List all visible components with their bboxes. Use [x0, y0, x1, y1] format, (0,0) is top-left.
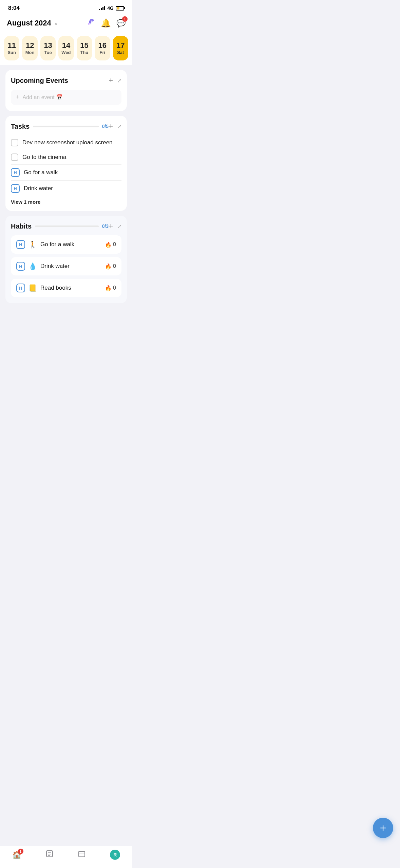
task-checkbox[interactable] [11, 139, 18, 146]
expand-habits-icon[interactable]: ⤢ [117, 223, 121, 230]
day-number: 13 [44, 41, 52, 50]
expand-tasks-icon[interactable]: ⤢ [117, 123, 121, 130]
task-item[interactable]: Dev new screenshot upload screen [11, 135, 121, 150]
h-badge-icon: H [11, 168, 20, 177]
h-badge-icon: H [16, 240, 25, 249]
app-header: August 2024 ⌄ 🔔 💬 1 [0, 14, 132, 33]
habit-name: Read books [40, 285, 101, 291]
streak-count: 0 [113, 263, 116, 269]
rocket-button[interactable] [87, 18, 95, 29]
tasks-card: Tasks 0/5 + ⤢ Dev new screenshot upload … [5, 116, 127, 211]
events-title: Upcoming Events [11, 77, 68, 85]
fire-icon: 🔥 [105, 285, 112, 291]
day-number: 11 [7, 41, 16, 50]
battery-icon [116, 6, 124, 11]
upcoming-events-card: Upcoming Events + ⤢ + Add an event 📅 [5, 70, 127, 111]
task-label: Go to the cinema [22, 154, 66, 161]
day-name: Mon [25, 50, 35, 55]
events-header: Upcoming Events + ⤢ [11, 76, 121, 85]
bell-button[interactable]: 🔔 [101, 18, 111, 28]
fire-icon: 🔥 [105, 241, 112, 248]
streak-count: 0 [113, 285, 116, 291]
bell-icon: 🔔 [101, 18, 111, 28]
tasks-list: Dev new screenshot upload screen Go to t… [11, 135, 121, 196]
day-number: 16 [98, 41, 107, 50]
day-number: 15 [80, 41, 88, 50]
tasks-header: Tasks 0/5 + ⤢ [11, 122, 121, 131]
task-item[interactable]: H Drink water [11, 181, 121, 196]
habit-streak: 🔥 0 [105, 263, 116, 270]
day-number: 12 [26, 41, 34, 50]
task-label: Drink water [24, 185, 53, 192]
expand-events-icon[interactable]: ⤢ [117, 77, 121, 84]
add-habit-button[interactable]: + [109, 222, 113, 231]
day-cell[interactable]: 12 Mon [22, 36, 37, 60]
h-badge-icon: H [11, 184, 20, 193]
tasks-progress-bar [33, 126, 98, 127]
tasks-title: Tasks [11, 123, 30, 130]
add-event-row[interactable]: + Add an event 📅 [11, 90, 121, 105]
header-actions: 🔔 💬 1 [87, 18, 126, 29]
chat-button[interactable]: 💬 1 [116, 18, 126, 28]
habit-emoji: 💧 [28, 262, 37, 270]
task-item[interactable]: H Go for a walk [11, 165, 121, 181]
main-content: Upcoming Events + ⤢ + Add an event 📅 Tas… [0, 65, 132, 340]
day-cell[interactable]: 11 Sun [4, 36, 19, 60]
chevron-down-icon: ⌄ [54, 20, 58, 26]
day-number: 17 [116, 41, 125, 50]
day-name: Tue [44, 50, 52, 55]
habit-item[interactable]: H 💧 Drink water 🔥 0 [11, 257, 121, 275]
habit-name: Drink water [40, 263, 101, 270]
habit-streak: 🔥 0 [105, 241, 116, 248]
day-number: 14 [62, 41, 70, 50]
day-name: Thu [80, 50, 88, 55]
day-cell[interactable]: 15 Thu [77, 36, 92, 60]
task-checkbox[interactable] [11, 153, 18, 161]
day-cell[interactable]: 16 Fri [95, 36, 110, 60]
network-label: 4G [107, 5, 114, 11]
task-label: Dev new screenshot upload screen [22, 139, 113, 146]
streak-count: 0 [113, 241, 116, 248]
view-more-button[interactable]: View 1 more [11, 199, 121, 205]
task-label: Go for a walk [24, 169, 58, 176]
add-event-plus-icon: + [16, 94, 19, 101]
status-bar: 8:04 4G [0, 0, 132, 14]
week-calendar: 11 Sun 12 Mon 13 Tue 14 Wed 15 Thu 16 Fr… [0, 33, 132, 65]
chat-badge: 1 [122, 16, 128, 22]
h-badge-icon: H [16, 262, 25, 271]
habits-progress-bar [35, 225, 99, 227]
task-item[interactable]: Go to the cinema [11, 150, 121, 165]
habits-header: Habits 0/3 + ⤢ [11, 222, 121, 231]
day-cell[interactable]: 13 Tue [40, 36, 56, 60]
habit-streak: 🔥 0 [105, 285, 116, 291]
month-title[interactable]: August 2024 ⌄ [7, 19, 58, 28]
svg-point-0 [91, 20, 93, 22]
day-name: Sat [117, 50, 124, 55]
fire-icon: 🔥 [105, 263, 112, 270]
habits-title: Habits [11, 222, 32, 230]
day-cell[interactable]: 14 Wed [58, 36, 74, 60]
h-badge-icon: H [16, 284, 25, 292]
status-time: 8:04 [8, 5, 20, 12]
add-event-label: Add an event 📅 [23, 94, 63, 101]
day-name: Sun [7, 50, 16, 55]
tasks-progress-label: 0/5 [102, 124, 109, 129]
month-year-label: August 2024 [7, 19, 51, 28]
habit-name: Go for a walk [40, 241, 101, 248]
habit-emoji: 🚶 [28, 240, 37, 249]
habits-progress-label: 0/3 [102, 223, 109, 229]
signal-icon [99, 6, 105, 10]
day-name: Wed [61, 50, 71, 55]
day-cell[interactable]: 17 Sat [113, 36, 128, 60]
status-icons: 4G [99, 5, 124, 11]
add-task-button[interactable]: + [109, 122, 113, 131]
habits-list: H 🚶 Go for a walk 🔥 0 H 💧 Drink water 🔥 … [11, 235, 121, 297]
add-event-button[interactable]: + [109, 76, 113, 85]
habits-card: Habits 0/3 + ⤢ H 🚶 Go for a walk 🔥 0 [5, 216, 127, 303]
habit-emoji: 📒 [28, 284, 37, 292]
habit-item[interactable]: H 🚶 Go for a walk 🔥 0 [11, 235, 121, 254]
habit-item[interactable]: H 📒 Read books 🔥 0 [11, 279, 121, 297]
day-name: Fri [100, 50, 106, 55]
